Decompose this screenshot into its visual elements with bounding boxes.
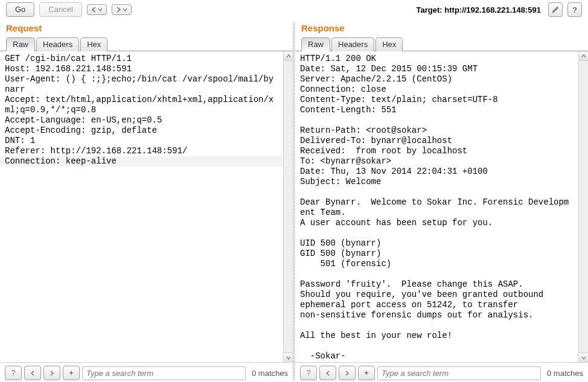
- request-body-main: GET /cgi-bin/cat HTTP/1.1 Host: 192.168.…: [5, 54, 273, 156]
- search-help-button[interactable]: ?: [300, 366, 317, 380]
- response-title: Response: [295, 22, 588, 37]
- search-prev-button[interactable]: [24, 366, 41, 380]
- question-icon: ?: [307, 369, 311, 377]
- edit-target-button[interactable]: [548, 2, 563, 17]
- request-title: Request: [0, 22, 293, 37]
- target-label: Target: http://192.168.221.148:591: [417, 5, 541, 14]
- go-button[interactable]: Go: [6, 2, 34, 17]
- response-content: HTTP/1.1 200 OK Date: Sat, 12 Dec 2015 0…: [295, 51, 588, 362]
- request-body-last-line: Connection: keep-alive: [0, 156, 283, 167]
- tab-hex[interactable]: Hex: [80, 37, 107, 51]
- help-button[interactable]: ?: [567, 2, 582, 17]
- response-panel: Response Raw Headers Hex HTTP/1.1 200 OK…: [295, 22, 588, 381]
- cancel-button[interactable]: Cancel: [39, 2, 81, 17]
- request-scrollbar[interactable]: [283, 51, 293, 362]
- top-toolbar: Go Cancel Target: http://192.168.221.148…: [0, 0, 588, 22]
- tab-headers[interactable]: Headers: [36, 37, 79, 51]
- scroll-up-icon[interactable]: [284, 51, 293, 61]
- chevron-down-icon: [123, 8, 127, 11]
- chevron-left-icon: [30, 371, 35, 376]
- request-search-input[interactable]: [82, 366, 246, 380]
- chevron-left-icon: [325, 371, 330, 376]
- pencil-icon: [551, 5, 560, 14]
- tab-hex[interactable]: Hex: [375, 37, 403, 51]
- request-panel: Request Raw Headers Hex GET /cgi-bin/cat…: [0, 22, 293, 381]
- response-scrollbar[interactable]: [578, 51, 588, 362]
- prev-button[interactable]: [87, 4, 107, 15]
- response-searchbar: ? + 0 matches: [295, 362, 588, 381]
- question-icon: ?: [572, 5, 577, 14]
- target-prefix: Target:: [417, 5, 445, 14]
- tab-raw[interactable]: Raw: [301, 37, 330, 51]
- request-content: GET /cgi-bin/cat HTTP/1.1 Host: 192.168.…: [0, 51, 293, 362]
- request-match-count: 0 matches: [252, 369, 288, 378]
- search-help-button[interactable]: ?: [5, 366, 22, 380]
- scroll-up-icon[interactable]: [579, 51, 588, 61]
- response-tabs: Raw Headers Hex: [295, 37, 588, 51]
- target-value: http://192.168.221.148:591: [444, 5, 541, 14]
- search-prev-button[interactable]: [319, 366, 336, 380]
- panels-container: Request Raw Headers Hex GET /cgi-bin/cat…: [0, 22, 588, 381]
- next-button[interactable]: [112, 4, 132, 15]
- chevron-right-icon: [50, 371, 54, 376]
- search-options-button[interactable]: +: [63, 366, 80, 380]
- scroll-down-icon[interactable]: [284, 352, 293, 362]
- chevron-right-icon: [345, 371, 350, 376]
- question-icon: ?: [11, 369, 16, 377]
- tab-headers[interactable]: Headers: [331, 37, 374, 51]
- scroll-down-icon[interactable]: [579, 352, 588, 362]
- search-next-button[interactable]: [43, 366, 60, 380]
- request-searchbar: ? + 0 matches: [0, 362, 293, 381]
- tab-raw[interactable]: Raw: [6, 37, 35, 51]
- response-match-count: 0 matches: [547, 369, 583, 378]
- response-viewer[interactable]: HTTP/1.1 200 OK Date: Sat, 12 Dec 2015 0…: [295, 51, 578, 362]
- plus-icon: +: [364, 369, 368, 377]
- search-next-button[interactable]: [339, 366, 356, 380]
- request-editor[interactable]: GET /cgi-bin/cat HTTP/1.1 Host: 192.168.…: [0, 51, 283, 362]
- chevron-down-icon: [98, 8, 103, 11]
- response-search-input[interactable]: [377, 366, 541, 380]
- search-options-button[interactable]: +: [358, 366, 375, 380]
- plus-icon: +: [69, 369, 73, 377]
- request-tabs: Raw Headers Hex: [0, 37, 293, 51]
